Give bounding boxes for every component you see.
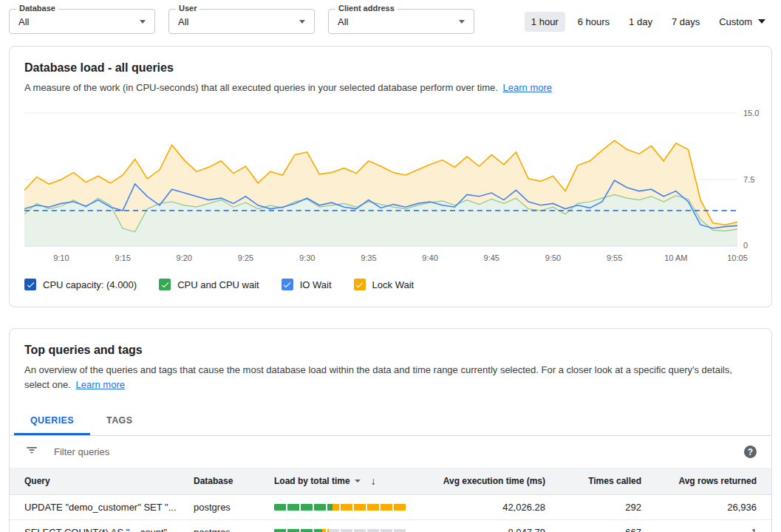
times-called: 292: [551, 502, 647, 513]
chevron-down-icon: [758, 19, 765, 24]
tab-bar: QUERIESTAGS: [10, 406, 771, 436]
queries-card-description-text: An overview of the queries and tags that…: [24, 364, 732, 390]
filter-icon: [24, 443, 39, 460]
query-filter-row: ?: [10, 436, 771, 468]
legend-io-wait[interactable]: IO Wait: [282, 279, 332, 290]
queries-card-description: An overview of the queries and tags that…: [24, 363, 757, 392]
column-header-database[interactable]: Database: [194, 476, 274, 486]
learn-more-link[interactable]: Learn more: [76, 379, 125, 390]
top-queries-card: Top queries and tags An overview of the …: [9, 328, 772, 532]
load-cell: [274, 504, 433, 511]
x-tick-label: 9:35: [361, 253, 376, 262]
x-tick-label: 9:50: [545, 253, 561, 262]
tab-tags[interactable]: TAGS: [90, 406, 149, 435]
legend-label: CPU capacity: (4.000): [43, 279, 137, 290]
chevron-down-icon: [459, 20, 465, 24]
x-tick-label: 9:30: [299, 253, 315, 262]
checkbox-checked-icon[interactable]: [354, 279, 366, 290]
avg-rows-returned: 1: [647, 527, 771, 532]
time-range-custom[interactable]: Custom: [712, 12, 772, 32]
column-header-avg-rows-returned[interactable]: Avg rows returned: [647, 476, 771, 486]
x-tick-label: 9:40: [422, 253, 437, 262]
checkbox-checked-icon[interactable]: [24, 279, 36, 290]
checkbox-checked-icon[interactable]: [159, 279, 171, 290]
table-row[interactable]: UPDATE "demo_customer" SET "...postgres4…: [10, 495, 771, 520]
database-name: postgres: [194, 502, 274, 513]
legend-label: CPU and CPU wait: [177, 279, 259, 290]
query-text: UPDATE "demo_customer" SET "...: [10, 502, 194, 513]
database-filter-label: Database: [16, 4, 58, 13]
checkbox-checked-icon[interactable]: [282, 279, 293, 290]
column-header-label: Load by total time: [274, 476, 350, 486]
x-tick-label: 9:20: [177, 253, 192, 262]
x-tick-label: 10 AM: [664, 253, 687, 262]
y-axis-labels: 15.0 7.5 0: [737, 107, 771, 265]
client-address-filter-value: All: [338, 16, 348, 27]
column-header-load-by-total-time[interactable]: Load by total time↓: [274, 475, 433, 487]
x-tick-label: 9:25: [238, 253, 253, 262]
load-card-title: Database load - all queries: [24, 61, 757, 75]
query-text: SELECT COUNT(*) AS "__count" ...: [10, 527, 194, 532]
client-address-filter-label: Client address: [335, 4, 398, 13]
x-axis-labels: 9:109:159:209:259:309:359:409:459:509:55…: [24, 253, 737, 265]
time-range-1-hour[interactable]: 1 hour: [525, 12, 565, 32]
chevron-down-icon: [140, 20, 146, 24]
queries-card-title: Top queries and tags: [24, 344, 757, 357]
legend-label: Lock Wait: [372, 279, 415, 290]
x-tick-label: 9:15: [115, 253, 130, 262]
legend-cpu-and-cpu-wait[interactable]: CPU and CPU wait: [159, 279, 259, 290]
x-tick-label: 9:45: [484, 253, 499, 262]
time-range-custom-label: Custom: [719, 16, 752, 27]
load-chart-canvas[interactable]: [24, 107, 737, 251]
time-range-selector: 1 hour6 hours1 day7 daysCustom: [525, 12, 772, 32]
user-filter-label: User: [176, 4, 199, 13]
user-filter-dropdown[interactable]: User All: [168, 9, 315, 34]
time-range-7-days[interactable]: 7 days: [665, 12, 706, 32]
y-tick-label: 7.5: [743, 175, 754, 184]
column-header-times-called[interactable]: Times called: [551, 476, 647, 486]
load-chart: 9:109:159:209:259:309:359:409:459:509:55…: [24, 107, 771, 265]
filter-queries-input[interactable]: [52, 446, 744, 458]
column-header-avg-execution-time-ms[interactable]: Avg execution time (ms): [433, 476, 551, 486]
y-tick-label: 15.0: [743, 109, 759, 117]
table-row[interactable]: SELECT COUNT(*) AS "__count" ...postgres…: [10, 520, 771, 532]
client-address-filter-dropdown[interactable]: Client address All: [328, 9, 474, 34]
column-header-query: Query: [10, 476, 194, 486]
user-filter-value: All: [178, 16, 188, 27]
legend-cpu-capacity-4-000[interactable]: CPU capacity: (4.000): [24, 279, 137, 290]
time-range-6-hours[interactable]: 6 hours: [571, 12, 616, 32]
chevron-down-icon: [299, 20, 305, 24]
column-menu-caret-icon[interactable]: [355, 480, 361, 482]
learn-more-link[interactable]: Learn more: [503, 82, 552, 93]
load-card-description: A measure of the work (in CPU-seconds) t…: [24, 81, 757, 95]
load-card-description-text: A measure of the work (in CPU-seconds) t…: [24, 82, 498, 93]
avg-execution-time: 8,047.79: [433, 527, 551, 532]
load-cell: [274, 529, 433, 532]
legend-label: IO Wait: [300, 279, 332, 290]
sort-descending-icon[interactable]: ↓: [371, 475, 376, 487]
database-load-card: Database load - all queries A measure of…: [9, 46, 772, 307]
database-name: postgres: [194, 527, 274, 532]
avg-execution-time: 42,026.28: [433, 502, 551, 513]
load-bar: [274, 529, 407, 532]
time-range-1-day[interactable]: 1 day: [622, 12, 659, 32]
queries-table-body: UPDATE "demo_customer" SET "...postgres4…: [10, 495, 771, 532]
tab-queries[interactable]: QUERIES: [14, 406, 90, 435]
chart-legend: CPU capacity: (4.000)CPU and CPU waitIO …: [24, 279, 757, 290]
x-tick-label: 9:10: [53, 253, 69, 262]
help-icon[interactable]: ?: [744, 446, 757, 458]
database-filter-value: All: [18, 16, 29, 27]
load-bar: [274, 504, 407, 511]
avg-rows-returned: 26,936: [647, 502, 771, 513]
x-tick-label: 9:55: [607, 253, 622, 262]
database-filter-dropdown[interactable]: Database All: [9, 9, 155, 34]
filter-bar: Database All User All Client address All…: [0, 0, 781, 43]
times-called: 667: [551, 527, 647, 532]
y-tick-label: 0: [743, 241, 748, 250]
legend-lock-wait[interactable]: Lock Wait: [354, 279, 415, 290]
queries-table-header: QueryDatabaseLoad by total time↓Avg exec…: [10, 468, 771, 495]
